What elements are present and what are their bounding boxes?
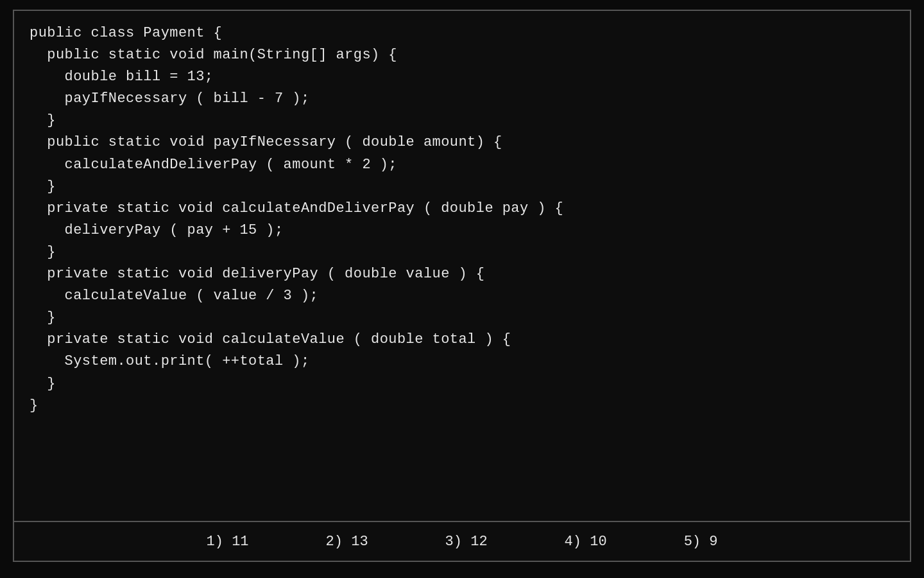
code-line-10: } — [30, 241, 894, 263]
code-line-9: deliveryPay ( pay + 15 ); — [30, 220, 894, 241]
code-line-5: public static void payIfNecessary ( doub… — [30, 132, 894, 153]
code-line-1: public static void main(String[] args) { — [30, 44, 894, 66]
answer-option-1[interactable]: 1) 11 — [207, 534, 249, 550]
code-line-7: } — [30, 176, 894, 198]
answer-option-4[interactable]: 4) 10 — [565, 534, 607, 550]
code-line-3: payIfNecessary ( bill - 7 ); — [30, 88, 894, 110]
answer-bar: 1) 112) 133) 124) 105) 9 — [14, 521, 910, 561]
code-line-11: private static void deliveryPay ( double… — [30, 263, 894, 285]
answer-option-5[interactable]: 5) 9 — [684, 534, 718, 550]
code-line-8: private static void calculateAndDeliverP… — [30, 198, 894, 220]
code-line-13: } — [30, 307, 894, 329]
code-line-2: double bill = 13; — [30, 66, 894, 88]
code-line-17: } — [30, 395, 894, 417]
code-line-16: } — [30, 373, 894, 395]
answer-option-3[interactable]: 3) 12 — [445, 534, 488, 550]
answer-option-2[interactable]: 2) 13 — [326, 534, 368, 550]
code-area: public class Payment { public static voi… — [14, 11, 910, 521]
code-line-6: calculateAndDeliverPay ( amount * 2 ); — [30, 154, 894, 176]
code-line-15: System.out.print( ++total ); — [30, 351, 894, 372]
code-line-4: } — [30, 110, 894, 132]
code-line-14: private static void calculateValue ( dou… — [30, 329, 894, 351]
main-container: public class Payment { public static voi… — [13, 10, 911, 562]
code-line-12: calculateValue ( value / 3 ); — [30, 285, 894, 307]
code-line-0: public class Payment { — [30, 22, 894, 44]
